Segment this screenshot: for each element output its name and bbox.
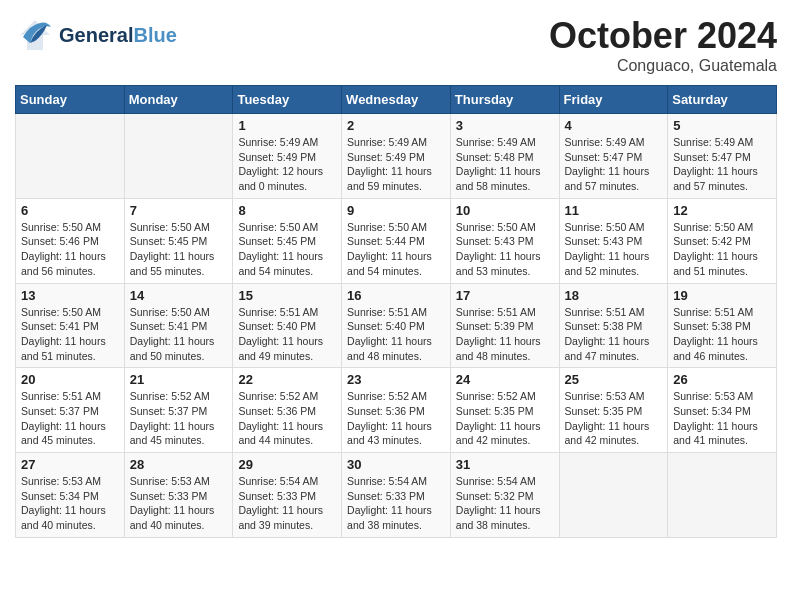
calendar-cell: 4Sunrise: 5:49 AM Sunset: 5:47 PM Daylig…: [559, 114, 668, 199]
day-number: 8: [238, 203, 336, 218]
calendar-cell: 14Sunrise: 5:50 AM Sunset: 5:41 PM Dayli…: [124, 283, 233, 368]
day-number: 22: [238, 372, 336, 387]
day-number: 5: [673, 118, 771, 133]
calendar-cell: 1Sunrise: 5:49 AM Sunset: 5:49 PM Daylig…: [233, 114, 342, 199]
day-info: Sunrise: 5:50 AM Sunset: 5:43 PM Dayligh…: [456, 220, 554, 279]
day-info: Sunrise: 5:50 AM Sunset: 5:45 PM Dayligh…: [238, 220, 336, 279]
day-info: Sunrise: 5:54 AM Sunset: 5:33 PM Dayligh…: [238, 474, 336, 533]
day-number: 1: [238, 118, 336, 133]
calendar-cell: 5Sunrise: 5:49 AM Sunset: 5:47 PM Daylig…: [668, 114, 777, 199]
day-info: Sunrise: 5:49 AM Sunset: 5:49 PM Dayligh…: [238, 135, 336, 194]
day-info: Sunrise: 5:49 AM Sunset: 5:47 PM Dayligh…: [673, 135, 771, 194]
calendar-cell: 6Sunrise: 5:50 AM Sunset: 5:46 PM Daylig…: [16, 198, 125, 283]
day-info: Sunrise: 5:50 AM Sunset: 5:46 PM Dayligh…: [21, 220, 119, 279]
week-row-2: 6Sunrise: 5:50 AM Sunset: 5:46 PM Daylig…: [16, 198, 777, 283]
week-row-3: 13Sunrise: 5:50 AM Sunset: 5:41 PM Dayli…: [16, 283, 777, 368]
weekday-header-monday: Monday: [124, 86, 233, 114]
day-number: 16: [347, 288, 445, 303]
day-number: 4: [565, 118, 663, 133]
day-number: 30: [347, 457, 445, 472]
day-number: 9: [347, 203, 445, 218]
day-number: 18: [565, 288, 663, 303]
calendar-cell: 20Sunrise: 5:51 AM Sunset: 5:37 PM Dayli…: [16, 368, 125, 453]
weekday-header-wednesday: Wednesday: [342, 86, 451, 114]
day-number: 6: [21, 203, 119, 218]
day-info: Sunrise: 5:50 AM Sunset: 5:45 PM Dayligh…: [130, 220, 228, 279]
calendar-cell: 18Sunrise: 5:51 AM Sunset: 5:38 PM Dayli…: [559, 283, 668, 368]
day-info: Sunrise: 5:50 AM Sunset: 5:44 PM Dayligh…: [347, 220, 445, 279]
day-number: 29: [238, 457, 336, 472]
calendar-cell: 15Sunrise: 5:51 AM Sunset: 5:40 PM Dayli…: [233, 283, 342, 368]
day-info: Sunrise: 5:53 AM Sunset: 5:34 PM Dayligh…: [21, 474, 119, 533]
day-info: Sunrise: 5:54 AM Sunset: 5:32 PM Dayligh…: [456, 474, 554, 533]
calendar-cell: 12Sunrise: 5:50 AM Sunset: 5:42 PM Dayli…: [668, 198, 777, 283]
day-number: 19: [673, 288, 771, 303]
calendar-cell: 25Sunrise: 5:53 AM Sunset: 5:35 PM Dayli…: [559, 368, 668, 453]
logo-blue-text: Blue: [133, 24, 176, 47]
weekday-header-thursday: Thursday: [450, 86, 559, 114]
logo: GeneralBlue: [15, 15, 177, 55]
calendar-cell: 3Sunrise: 5:49 AM Sunset: 5:48 PM Daylig…: [450, 114, 559, 199]
calendar-cell: [559, 453, 668, 538]
day-number: 7: [130, 203, 228, 218]
day-info: Sunrise: 5:53 AM Sunset: 5:34 PM Dayligh…: [673, 389, 771, 448]
calendar-cell: 19Sunrise: 5:51 AM Sunset: 5:38 PM Dayli…: [668, 283, 777, 368]
day-info: Sunrise: 5:51 AM Sunset: 5:40 PM Dayligh…: [238, 305, 336, 364]
day-info: Sunrise: 5:49 AM Sunset: 5:48 PM Dayligh…: [456, 135, 554, 194]
week-row-5: 27Sunrise: 5:53 AM Sunset: 5:34 PM Dayli…: [16, 453, 777, 538]
month-title: October 2024: [549, 15, 777, 57]
day-number: 25: [565, 372, 663, 387]
calendar-table: SundayMondayTuesdayWednesdayThursdayFrid…: [15, 85, 777, 538]
day-info: Sunrise: 5:51 AM Sunset: 5:40 PM Dayligh…: [347, 305, 445, 364]
day-info: Sunrise: 5:52 AM Sunset: 5:36 PM Dayligh…: [347, 389, 445, 448]
day-number: 10: [456, 203, 554, 218]
day-info: Sunrise: 5:49 AM Sunset: 5:49 PM Dayligh…: [347, 135, 445, 194]
logo-icon: [15, 15, 55, 55]
calendar-cell: 7Sunrise: 5:50 AM Sunset: 5:45 PM Daylig…: [124, 198, 233, 283]
calendar-cell: 11Sunrise: 5:50 AM Sunset: 5:43 PM Dayli…: [559, 198, 668, 283]
calendar-cell: 31Sunrise: 5:54 AM Sunset: 5:32 PM Dayli…: [450, 453, 559, 538]
day-info: Sunrise: 5:51 AM Sunset: 5:38 PM Dayligh…: [673, 305, 771, 364]
weekday-header-row: SundayMondayTuesdayWednesdayThursdayFrid…: [16, 86, 777, 114]
day-number: 28: [130, 457, 228, 472]
day-number: 27: [21, 457, 119, 472]
day-info: Sunrise: 5:53 AM Sunset: 5:33 PM Dayligh…: [130, 474, 228, 533]
day-info: Sunrise: 5:51 AM Sunset: 5:38 PM Dayligh…: [565, 305, 663, 364]
calendar-cell: 16Sunrise: 5:51 AM Sunset: 5:40 PM Dayli…: [342, 283, 451, 368]
day-info: Sunrise: 5:50 AM Sunset: 5:43 PM Dayligh…: [565, 220, 663, 279]
day-number: 17: [456, 288, 554, 303]
day-info: Sunrise: 5:50 AM Sunset: 5:41 PM Dayligh…: [130, 305, 228, 364]
week-row-1: 1Sunrise: 5:49 AM Sunset: 5:49 PM Daylig…: [16, 114, 777, 199]
week-row-4: 20Sunrise: 5:51 AM Sunset: 5:37 PM Dayli…: [16, 368, 777, 453]
day-info: Sunrise: 5:50 AM Sunset: 5:42 PM Dayligh…: [673, 220, 771, 279]
day-info: Sunrise: 5:51 AM Sunset: 5:37 PM Dayligh…: [21, 389, 119, 448]
day-info: Sunrise: 5:52 AM Sunset: 5:37 PM Dayligh…: [130, 389, 228, 448]
calendar-cell: 26Sunrise: 5:53 AM Sunset: 5:34 PM Dayli…: [668, 368, 777, 453]
location: Conguaco, Guatemala: [549, 57, 777, 75]
day-number: 23: [347, 372, 445, 387]
day-number: 3: [456, 118, 554, 133]
day-number: 13: [21, 288, 119, 303]
day-number: 11: [565, 203, 663, 218]
day-number: 24: [456, 372, 554, 387]
weekday-header-friday: Friday: [559, 86, 668, 114]
weekday-header-sunday: Sunday: [16, 86, 125, 114]
day-info: Sunrise: 5:52 AM Sunset: 5:35 PM Dayligh…: [456, 389, 554, 448]
calendar-cell: 30Sunrise: 5:54 AM Sunset: 5:33 PM Dayli…: [342, 453, 451, 538]
day-info: Sunrise: 5:49 AM Sunset: 5:47 PM Dayligh…: [565, 135, 663, 194]
calendar-cell: 8Sunrise: 5:50 AM Sunset: 5:45 PM Daylig…: [233, 198, 342, 283]
calendar-cell: 27Sunrise: 5:53 AM Sunset: 5:34 PM Dayli…: [16, 453, 125, 538]
calendar-cell: 23Sunrise: 5:52 AM Sunset: 5:36 PM Dayli…: [342, 368, 451, 453]
day-number: 15: [238, 288, 336, 303]
calendar-cell: 21Sunrise: 5:52 AM Sunset: 5:37 PM Dayli…: [124, 368, 233, 453]
day-info: Sunrise: 5:53 AM Sunset: 5:35 PM Dayligh…: [565, 389, 663, 448]
calendar-cell: 22Sunrise: 5:52 AM Sunset: 5:36 PM Dayli…: [233, 368, 342, 453]
calendar-cell: [668, 453, 777, 538]
calendar-cell: 24Sunrise: 5:52 AM Sunset: 5:35 PM Dayli…: [450, 368, 559, 453]
calendar-cell: 2Sunrise: 5:49 AM Sunset: 5:49 PM Daylig…: [342, 114, 451, 199]
calendar-cell: [124, 114, 233, 199]
day-info: Sunrise: 5:52 AM Sunset: 5:36 PM Dayligh…: [238, 389, 336, 448]
day-number: 20: [21, 372, 119, 387]
title-section: October 2024 Conguaco, Guatemala: [549, 15, 777, 75]
day-info: Sunrise: 5:50 AM Sunset: 5:41 PM Dayligh…: [21, 305, 119, 364]
